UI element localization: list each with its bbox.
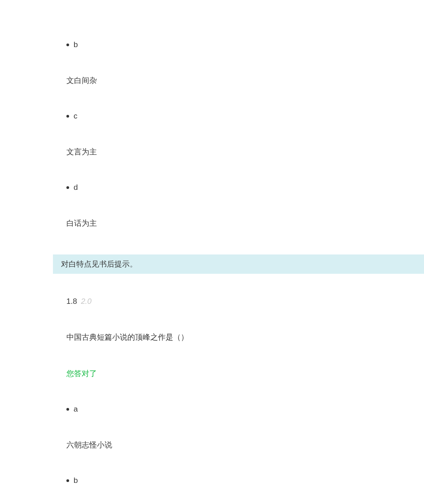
question-score: 2.0: [81, 297, 92, 306]
option-d-row: d: [66, 183, 371, 192]
question-number: 1.8 2.0: [66, 297, 371, 306]
option-b2-row: b: [66, 476, 371, 485]
option-letter: b: [74, 40, 78, 49]
option-c-row: c: [66, 112, 371, 121]
bullet-icon: [66, 44, 69, 46]
option-letter: c: [74, 112, 78, 121]
option-a-text: 六朝志怪小说: [66, 440, 371, 450]
bullet-icon: [66, 479, 69, 482]
bullet-icon: [66, 186, 69, 189]
option-letter: a: [74, 405, 78, 414]
option-letter: b: [74, 476, 78, 485]
option-b-row: b: [66, 40, 371, 49]
hint-box: 对白特点见书后提示。: [53, 254, 424, 274]
option-a-row: a: [66, 405, 371, 414]
bullet-icon: [66, 115, 69, 118]
option-b-text: 文白间杂: [66, 75, 371, 86]
option-c-text: 文言为主: [66, 147, 371, 157]
question-index: 1.8: [66, 297, 77, 306]
answer-feedback: 您答对了: [66, 368, 371, 379]
question-text: 中国古典短篇小说的顶峰之作是（）: [66, 332, 371, 342]
option-d-text: 白话为主: [66, 218, 371, 228]
option-letter: d: [74, 183, 78, 192]
bullet-icon: [66, 408, 69, 411]
